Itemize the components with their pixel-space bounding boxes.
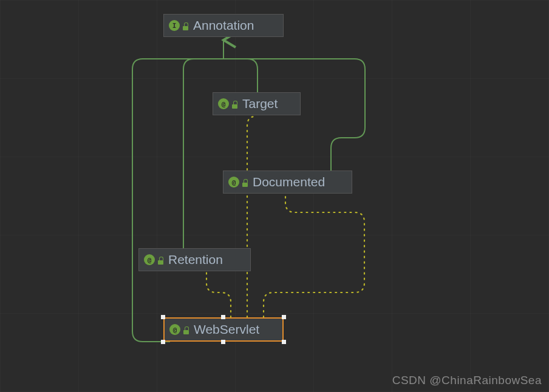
node-label: WebServlet — [194, 322, 259, 337]
node-label: Retention — [168, 252, 223, 267]
node-target[interactable]: @ Target — [213, 92, 301, 115]
annotation-icon: @ — [228, 177, 239, 188]
node-retention[interactable]: @ Retention — [138, 248, 251, 271]
interface-icon: I — [169, 20, 180, 31]
node-label: Documented — [253, 175, 325, 189]
node-webservlet[interactable]: @ WebServlet — [163, 317, 284, 342]
annotation-icon: @ — [169, 324, 180, 335]
lock-icon — [182, 23, 189, 30]
lock-icon — [157, 257, 165, 265]
node-label: Annotation — [193, 18, 254, 33]
annotation-icon: @ — [144, 254, 155, 265]
node-annotation[interactable]: I Annotation — [163, 14, 284, 37]
annotation-icon: @ — [218, 98, 229, 109]
lock-icon — [183, 327, 190, 334]
node-label: Target — [242, 96, 278, 111]
node-documented[interactable]: @ Documented — [223, 171, 352, 194]
lock-icon — [242, 180, 249, 187]
watermark: CSDN @ChinaRainbowSea — [392, 374, 542, 387]
lock-icon — [231, 101, 239, 109]
